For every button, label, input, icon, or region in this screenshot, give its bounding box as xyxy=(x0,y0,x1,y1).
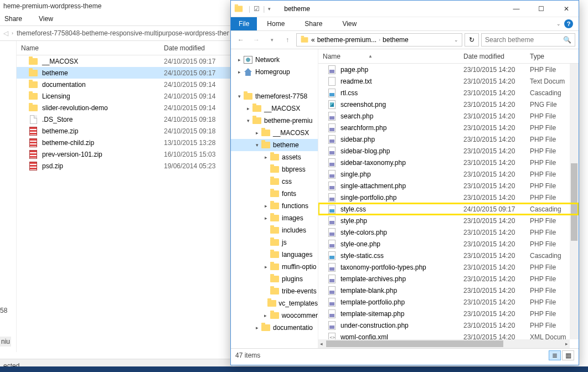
share-tab[interactable]: Share xyxy=(295,20,332,28)
forward-button[interactable]: → xyxy=(250,33,263,46)
list-item[interactable]: search.php23/10/2015 14:20PHP File xyxy=(318,110,579,122)
tree-node[interactable]: ▸assets xyxy=(231,151,318,163)
expand-icon[interactable]: ▾ xyxy=(253,142,261,148)
file-list[interactable]: Name▲ Date modified Type page.php23/10/2… xyxy=(318,49,579,348)
left-file-list[interactable]: Name Date modified __MACOSX24/10/2015 09… xyxy=(17,41,233,352)
qat-props-icon[interactable]: ☑ xyxy=(251,5,262,13)
expand-icon[interactable]: ▸ xyxy=(235,57,243,63)
right-titlebar[interactable]: | ☑ | ▾ betheme — ☐ ✕ xyxy=(231,1,579,17)
tree-node[interactable]: includes xyxy=(231,224,318,236)
scroll-right-icon[interactable]: ▸ xyxy=(564,341,570,347)
expand-icon[interactable]: ▸ xyxy=(262,203,270,209)
expand-icon[interactable]: ▸ xyxy=(262,215,270,221)
list-item[interactable]: betheme.zip24/10/2015 09:18 xyxy=(17,125,233,137)
path-dropdown-icon[interactable]: ⌄ xyxy=(454,37,458,43)
home-tab[interactable]: Home xyxy=(257,20,295,28)
help-icon[interactable]: ? xyxy=(564,19,573,28)
list-item[interactable]: template-blank.php23/10/2015 14:20PHP Fi… xyxy=(318,285,579,296)
tree-node[interactable]: vc_templates xyxy=(231,297,318,309)
list-item[interactable]: sidebar-blog.php23/10/2015 14:20PHP File xyxy=(318,145,579,157)
minimize-button[interactable]: — xyxy=(504,1,529,17)
expand-icon[interactable]: ▸ xyxy=(244,106,252,111)
crumb-2[interactable]: betheme xyxy=(383,36,409,44)
details-view-button[interactable]: ≣ xyxy=(549,350,561,360)
search-icon[interactable]: 🔍 xyxy=(563,36,571,44)
tree-node[interactable]: ▸muffin-optio xyxy=(231,261,318,273)
list-item[interactable]: page.php23/10/2015 14:20PHP File xyxy=(318,64,579,75)
tree-node[interactable] xyxy=(231,78,318,90)
crumb-1[interactable]: betheme-premium... xyxy=(317,36,376,44)
breadcrumb-bar[interactable]: « betheme-premium... › betheme ⌄ xyxy=(296,33,462,46)
header-type[interactable]: Type xyxy=(528,53,579,60)
scroll-thumb-h[interactable] xyxy=(326,340,503,347)
maximize-button[interactable]: ☐ xyxy=(529,1,554,17)
left-tab-view[interactable]: View xyxy=(39,15,53,23)
tree-node[interactable]: ▾themeforest-7758 xyxy=(231,90,318,102)
tree-node[interactable]: js xyxy=(231,236,318,249)
list-item[interactable]: single-portfolio.php23/10/2015 14:20PHP … xyxy=(318,192,579,203)
left-nav-pane[interactable] xyxy=(0,41,17,352)
horizontal-scrollbar[interactable]: ◂ ▸ xyxy=(318,339,570,348)
expand-icon[interactable]: ▸ xyxy=(262,313,270,318)
list-item[interactable]: under-construction.php23/10/2015 14:20PH… xyxy=(318,319,579,331)
list-item[interactable]: style-static.css23/10/2015 14:20Cascadin… xyxy=(318,250,579,261)
qat-dropdown-icon[interactable]: ▾ xyxy=(266,6,273,12)
view-tab[interactable]: View xyxy=(332,20,367,28)
tree-node[interactable]: ▸Homegroup xyxy=(231,66,318,78)
refresh-button[interactable]: ↻ xyxy=(465,33,479,46)
vertical-scrollbar[interactable] xyxy=(570,64,579,339)
header-date[interactable]: Date modified xyxy=(461,53,528,60)
expand-icon[interactable]: ▾ xyxy=(235,94,243,99)
list-item[interactable]: template-sitemap.php23/10/2015 14:20PHP … xyxy=(318,308,579,319)
file-tab[interactable]: File xyxy=(231,17,257,30)
left-breadcrumb[interactable]: themeforest-7758048-betheme-responsive-m… xyxy=(17,29,229,37)
list-item[interactable]: slider-revolution-demo24/10/2015 09:14 xyxy=(17,102,233,113)
list-item[interactable]: template-archives.php23/10/2015 14:20PHP… xyxy=(318,273,579,285)
list-item[interactable]: single.php23/10/2015 14:20PHP File xyxy=(318,168,579,180)
left-address-bar[interactable]: ◁ › themeforest-7758048-betheme-responsi… xyxy=(0,25,233,41)
left-header-date[interactable]: Date modified xyxy=(159,44,233,52)
expand-icon[interactable]: ▾ xyxy=(244,118,252,123)
list-item[interactable]: screenshot.png23/10/2015 14:20PNG File xyxy=(318,99,579,110)
tree-node[interactable]: tribe-events xyxy=(231,285,318,297)
list-item[interactable]: prev-version-101.zip16/10/2015 15:03 xyxy=(17,148,233,160)
expand-icon[interactable]: ▸ xyxy=(262,264,270,270)
tree-node[interactable]: ▾betheme xyxy=(231,139,318,151)
tree-node[interactable]: ▾betheme-premiu xyxy=(231,115,318,127)
list-item[interactable]: __MACOSX24/10/2015 09:17 xyxy=(17,55,233,67)
ribbon-expand[interactable]: ⌄ ? xyxy=(556,19,579,28)
list-item[interactable]: betheme-child.zip13/10/2015 13:28 xyxy=(17,137,233,148)
tree-node[interactable]: ▸functions xyxy=(231,200,318,212)
tree-node[interactable]: ▸__MACOSX xyxy=(231,127,318,139)
list-item[interactable]: style.php23/10/2015 14:20PHP File xyxy=(318,215,579,226)
list-item[interactable]: style-one.php23/10/2015 14:20PHP File xyxy=(318,238,579,250)
list-item[interactable]: searchform.php23/10/2015 14:20PHP File xyxy=(318,122,579,133)
expand-icon[interactable]: ▸ xyxy=(253,130,261,136)
header-name[interactable]: Name▲ xyxy=(318,53,461,60)
list-header[interactable]: Name▲ Date modified Type xyxy=(318,49,579,64)
left-tab-share[interactable]: Share xyxy=(4,15,22,23)
list-item[interactable]: readme.txt23/10/2015 14:20Text Docum xyxy=(318,75,579,87)
crumb-pre[interactable]: « xyxy=(311,36,315,44)
tree-node[interactable]: ▸Network xyxy=(231,54,318,66)
left-header-name[interactable]: Name xyxy=(17,44,159,52)
tree-node[interactable]: ▸images xyxy=(231,212,318,224)
list-item[interactable]: style.css24/10/2015 09:17Cascading xyxy=(318,203,579,215)
list-item[interactable]: Licensing24/10/2015 09:14 xyxy=(17,90,233,102)
tree-node[interactable]: bbpress xyxy=(231,163,318,175)
list-item[interactable]: .DS_Store24/10/2015 09:18 xyxy=(17,113,233,125)
icons-view-button[interactable]: ▦ xyxy=(562,350,574,360)
list-item[interactable]: sidebar.php23/10/2015 14:20PHP File xyxy=(318,133,579,145)
search-input[interactable]: Search betheme 🔍 xyxy=(481,33,575,46)
list-item[interactable]: documentation24/10/2015 09:14 xyxy=(17,79,233,90)
tree-node[interactable]: css xyxy=(231,175,318,188)
chevron-down-icon[interactable]: ⌄ xyxy=(556,21,561,27)
list-item[interactable]: sidebar-taxonomy.php23/10/2015 14:20PHP … xyxy=(318,157,579,168)
list-item[interactable]: betheme24/10/2015 09:17 xyxy=(17,67,233,79)
list-item[interactable]: taxonomy-portfolio-types.php23/10/2015 1… xyxy=(318,261,579,273)
expand-icon[interactable]: ▸ xyxy=(253,325,261,330)
list-item[interactable]: style-colors.php23/10/2015 14:20PHP File xyxy=(318,226,579,238)
chevron-right-icon[interactable]: › xyxy=(379,37,380,43)
back-button[interactable]: ← xyxy=(234,33,247,46)
list-item[interactable]: rtl.css23/10/2015 14:20Cascading xyxy=(318,87,579,99)
